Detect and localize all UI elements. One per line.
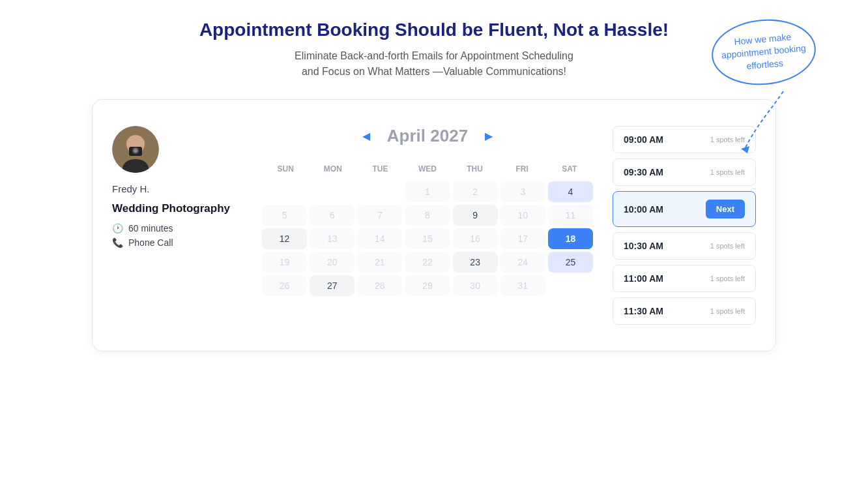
spots-label: 1 spots left — [710, 307, 745, 315]
day-label-thu: THU — [451, 162, 499, 176]
time-label: 11:00 AM — [624, 273, 663, 284]
calendar-day[interactable]: 15 — [405, 228, 450, 249]
calendar-day[interactable]: 18 — [548, 228, 593, 249]
calendar-day[interactable]: 19 — [262, 252, 307, 273]
day-label-mon: MON — [310, 162, 357, 176]
calendar-day[interactable]: 22 — [405, 252, 450, 273]
calendar-day[interactable]: 16 — [453, 228, 498, 249]
calendar-day[interactable]: 28 — [357, 275, 402, 296]
calendar-day[interactable]: 26 — [262, 275, 307, 296]
calendar-day[interactable]: 27 — [310, 275, 354, 296]
calendar-day[interactable]: 11 — [548, 205, 593, 226]
next-month-button[interactable]: ▶ — [481, 127, 497, 145]
time-slot[interactable]: 10:00 AMNext — [613, 191, 756, 227]
calendar-header: ◀ April 2027 ▶ — [262, 126, 593, 146]
calendar-day[interactable]: 10 — [500, 205, 545, 226]
calendar-day[interactable]: 6 — [310, 205, 354, 226]
spots-label: 1 spots left — [710, 242, 745, 250]
left-panel: Fredy H. Wedding Photography 🕐 60 minute… — [112, 126, 242, 325]
avatar-image — [112, 126, 159, 173]
calendar-day[interactable]: 5 — [262, 205, 307, 226]
time-slots-panel: 09:00 AM1 spots left09:30 AM1 spots left… — [613, 126, 756, 325]
service-title: Wedding Photography — [112, 202, 242, 215]
calendar-day[interactable]: 24 — [500, 252, 545, 273]
calendar-day[interactable]: 13 — [310, 228, 354, 249]
calendar-day[interactable]: 21 — [357, 252, 402, 273]
call-type-meta: 📞 Phone Call — [112, 237, 242, 248]
calendar-day[interactable]: 9 — [453, 205, 498, 226]
calendar-day[interactable]: 20 — [310, 252, 354, 273]
call-type-label: Phone Call — [128, 237, 173, 248]
calendar-day[interactable]: 30 — [453, 275, 498, 296]
dashed-arrow-icon — [738, 85, 790, 163]
day-label-tue: TUE — [356, 162, 404, 176]
time-label: 09:00 AM — [624, 134, 663, 145]
calendar-day[interactable]: 31 — [500, 275, 545, 296]
time-slot[interactable]: 11:30 AM1 spots left — [613, 297, 756, 325]
time-label: 10:30 AM — [624, 241, 663, 251]
calendar-panel: ◀ April 2027 ▶ SUN MON TUE WED THU FRI S… — [262, 126, 593, 325]
time-slot[interactable]: 11:00 AM1 spots left — [613, 265, 756, 292]
day-label-sat: SAT — [545, 162, 593, 176]
calendar-day[interactable]: 12 — [262, 228, 307, 249]
calendar-day[interactable]: 25 — [548, 252, 593, 273]
calendar-day[interactable]: 29 — [405, 275, 450, 296]
day-label-wed: WED — [404, 162, 452, 176]
clock-icon: 🕐 — [112, 223, 123, 233]
service-meta: 🕐 60 minutes 📞 Phone Call — [112, 223, 242, 248]
svg-point-6 — [134, 149, 137, 153]
page-wrapper: Appointment Booking Should be Fluent, No… — [0, 0, 868, 497]
day-label-fri: FRI — [499, 162, 546, 176]
time-slot[interactable]: 10:30 AM1 spots left — [613, 232, 756, 260]
prev-month-button[interactable]: ◀ — [358, 127, 374, 145]
duration-label: 60 minutes — [128, 223, 173, 233]
day-label-sun: SUN — [262, 162, 310, 176]
time-label: 09:30 AM — [624, 167, 663, 177]
phone-icon: 📞 — [112, 237, 123, 248]
calendar-day[interactable]: 23 — [453, 252, 498, 273]
duration-meta: 🕐 60 minutes — [112, 223, 242, 233]
annotation-text: How we make appointment booking effortle… — [718, 29, 810, 75]
spots-label: 1 spots left — [710, 168, 745, 176]
spots-label: 1 spots left — [710, 275, 745, 282]
calendar-day[interactable]: 1 — [405, 181, 450, 202]
calendar-grid: SUN MON TUE WED THU FRI SAT 123456789101… — [262, 162, 593, 296]
calendar-day[interactable]: 8 — [405, 205, 450, 226]
calendar-day[interactable]: 17 — [500, 228, 545, 249]
avatar — [112, 126, 159, 173]
calendar-day[interactable]: 2 — [453, 181, 498, 202]
person-name: Fredy H. — [112, 183, 242, 194]
time-slot[interactable]: 09:00 AM1 spots left — [613, 126, 756, 153]
calendar-day[interactable]: 7 — [357, 205, 402, 226]
time-label: 10:00 AM — [624, 204, 663, 215]
booking-card: Fredy H. Wedding Photography 🕐 60 minute… — [92, 99, 776, 352]
time-label: 11:30 AM — [624, 306, 663, 316]
time-slot[interactable]: 09:30 AM1 spots left — [613, 158, 756, 186]
calendar-day[interactable]: 3 — [500, 181, 545, 202]
subtitle-line1: Eliminate Back-and-forth Emails for Appo… — [295, 50, 573, 61]
calendar-days-header: SUN MON TUE WED THU FRI SAT — [262, 162, 593, 176]
next-button[interactable]: Next — [706, 200, 745, 218]
calendar-month-year: April 2027 — [387, 126, 468, 146]
calendar-day[interactable]: 14 — [357, 228, 402, 249]
calendar-days: 1234567891011121314151617181920212223242… — [262, 181, 593, 296]
calendar-day[interactable]: 4 — [548, 181, 593, 202]
subtitle-line2: and Focus on What Matters —Valuable Comm… — [302, 66, 566, 77]
